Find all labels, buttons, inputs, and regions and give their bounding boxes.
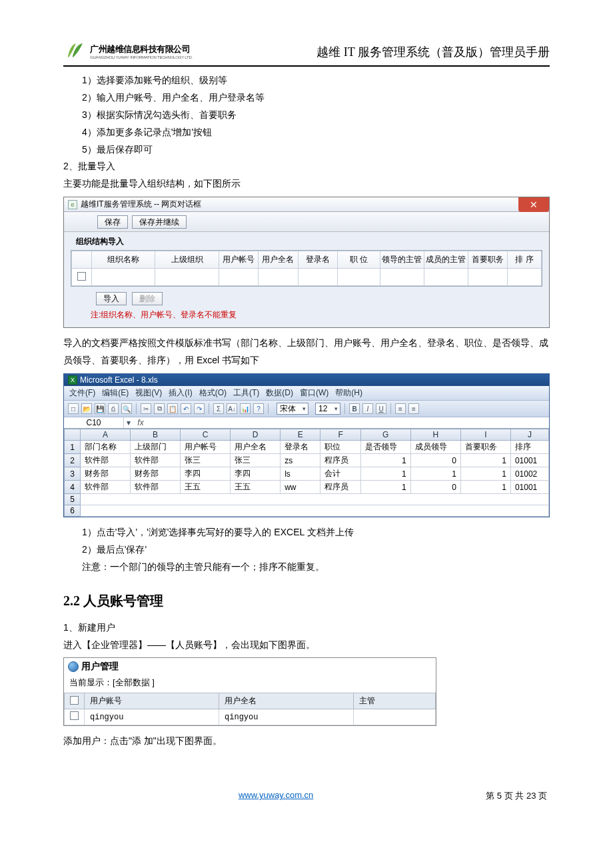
menu-view[interactable]: 视图(V) — [135, 387, 162, 399]
step-item: 1）选择要添加账号的组织、级别等 — [82, 72, 550, 89]
footer-page: 第 5 页 共 23 页 — [486, 790, 547, 802]
new-icon[interactable]: □ — [68, 403, 79, 414]
after-dialog-paragraph: 导入的文档要严格按照文件模版标准书写（部门名称、上级部门、用户账号、用户全名、登… — [63, 335, 550, 369]
col-G[interactable]: G — [360, 429, 410, 441]
menu-insert[interactable]: 插入(I) — [169, 387, 192, 399]
col-A[interactable]: A — [81, 429, 131, 441]
logo-text-en: GUANGZHOU YUWAY INFORMATION TECHNOLOGY L… — [90, 55, 193, 59]
steps-list-a: 1）选择要添加账号的组织、级别等 2）输入用户账号、用户全名、用户登录名等 3）… — [63, 72, 550, 158]
page-footer: www.yuway.com.cn 第 5 页 共 23 页 — [63, 790, 550, 802]
excel-formula-bar: C10 ▾ fx — [64, 417, 549, 429]
logo-text-cn: 广州越维信息科技有限公司 — [90, 43, 193, 55]
excel-row-empty: 5 — [65, 494, 549, 505]
close-button[interactable]: ✕ — [518, 197, 549, 212]
col-login-name: 登录名 — [298, 251, 337, 269]
col-primary-duty: 首要职务 — [468, 251, 507, 269]
bold-icon[interactable]: B — [349, 403, 360, 414]
delete-button[interactable]: 删除 — [132, 292, 163, 305]
sum-icon[interactable]: Σ — [213, 403, 224, 414]
step-note: 注意：一个部门的领导的主管只能有一个；排序不能重复。 — [82, 559, 550, 576]
excel-row: 4 软件部软件部王五王五ww程序员10101001 — [65, 481, 549, 494]
chart-icon[interactable]: 📊 — [240, 403, 251, 414]
font-size-select[interactable]: 12 — [315, 403, 340, 415]
align-center-icon[interactable]: ≡ — [408, 403, 419, 414]
align-left-icon[interactable]: ≡ — [395, 403, 406, 414]
menu-help[interactable]: 帮助(H) — [335, 387, 362, 399]
paste-icon[interactable]: 📋 — [167, 403, 178, 414]
document-title: 越维 IT 服务管理系统（普及版）管理员手册 — [316, 44, 550, 63]
redo-icon[interactable]: ↷ — [194, 403, 205, 414]
copy-icon[interactable]: ⧉ — [154, 403, 165, 414]
col-J[interactable]: J — [510, 429, 548, 441]
excel-row: 3 财务部财务部李四李四ls会计11101002 — [65, 467, 549, 481]
fx-icon[interactable]: fx — [133, 418, 148, 427]
col-org-name: 组织名称 — [91, 251, 155, 269]
underline-icon[interactable]: U — [376, 403, 386, 414]
menu-file[interactable]: 文件(F) — [69, 387, 95, 399]
dialog-titlebar: e 越维IT服务管理系统 -- 网页对话框 ✕ — [64, 197, 549, 212]
step-item: 2）输入用户账号、用户全名、用户登录名等 — [82, 89, 550, 107]
section-22-heading: 2.2 人员账号管理 — [63, 592, 550, 610]
table-row-empty — [72, 269, 542, 286]
table-header-row: 组织名称 上级组织 用户帐号 用户全名 登录名 职 位 领导的主管 成员的主管 … — [72, 251, 542, 269]
dialog-toolbar: 保存 保存并继续 — [64, 212, 549, 232]
save-icon[interactable]: 💾 — [95, 403, 105, 414]
excel-grid: A B C D E F G H I J 1 部门名称 上级部门 用户帐号 用户全… — [64, 429, 549, 517]
menu-data[interactable]: 数据(D) — [266, 387, 293, 399]
select-all-checkbox[interactable] — [70, 696, 79, 705]
col-checkbox — [72, 251, 92, 269]
col-C[interactable]: C — [181, 429, 231, 441]
excel-menubar: 文件(F) 编辑(E) 视图(V) 插入(I) 格式(O) 工具(T) 数据(D… — [64, 386, 549, 400]
excel-titlebar: X Microsoft Excel - 8.xls — [64, 374, 549, 386]
col-B[interactable]: B — [131, 429, 181, 441]
menu-format[interactable]: 格式(O) — [199, 387, 227, 399]
steps-list-b: 1）点击'导入'，'浏览'选择事先写好的要导入的 EXCEL 文档并上传 2）最… — [63, 524, 550, 576]
name-box[interactable]: C10 — [64, 417, 124, 428]
user-mgmt-filter: 当前显示：[全部数据 ] — [64, 675, 436, 693]
col-leader-mgr: 领导的主管 — [380, 251, 424, 269]
user-mgmt-table: 用户账号 用户全名 主管 qingyou qingyou — [64, 693, 436, 725]
section-label: 组织结构导入 — [64, 232, 549, 250]
footer-url[interactable]: www.yuway.com.cn — [239, 790, 313, 802]
row-checkbox[interactable] — [77, 272, 86, 281]
table-row[interactable]: qingyou qingyou — [65, 709, 436, 725]
excel-title-text: Microsoft Excel - 8.xls — [80, 375, 158, 385]
italic-icon[interactable]: I — [362, 403, 373, 414]
excel-row-header: 1 部门名称 上级部门 用户帐号 用户全名 登录名 职位 是否领导 成员领导 首… — [65, 441, 549, 454]
preview-icon[interactable]: 🔍 — [121, 403, 132, 414]
excel-icon: X — [68, 375, 77, 385]
import-note: 注:组织名称、用户帐号、登录名不能重复 — [64, 308, 549, 327]
page-icon: e — [68, 200, 77, 209]
user-mgmt-panel: 用户管理 当前显示：[全部数据 ] 用户账号 用户全名 主管 qingyou q… — [63, 657, 436, 726]
sort-icon[interactable]: A↓ — [227, 403, 237, 414]
step-item: 3）根据实际情况勾选头衔、首要职务 — [82, 107, 550, 124]
leaf-icon — [63, 40, 86, 63]
import-dialog: e 越维IT服务管理系统 -- 网页对话框 ✕ 保存 保存并继续 组织结构导入 … — [63, 197, 550, 328]
sec22-line2: 进入【企业管理器】——【人员账号】，会出现如下图界面。 — [63, 637, 550, 654]
save-button[interactable]: 保存 — [97, 215, 128, 229]
row-checkbox[interactable] — [70, 711, 79, 720]
col-E[interactable]: E — [281, 429, 320, 441]
font-name-select[interactable]: 宋体 — [277, 403, 308, 415]
col-user-fullname: 用户全名 — [219, 693, 354, 709]
save-continue-button[interactable]: 保存并继续 — [132, 215, 187, 229]
open-icon[interactable]: 📂 — [81, 403, 92, 414]
col-I[interactable]: I — [460, 429, 510, 441]
menu-window[interactable]: 窗口(W) — [300, 387, 328, 399]
import-button[interactable]: 导入 — [96, 292, 127, 305]
menu-edit[interactable]: 编辑(E) — [102, 387, 129, 399]
globe-icon — [68, 661, 79, 672]
excel-toolbar: □ 📂 💾 ⎙ 🔍 ✂ ⧉ 📋 ↶ ↷ Σ A↓ 📊 ? 宋体 12 — [64, 400, 549, 417]
cut-icon[interactable]: ✂ — [141, 403, 151, 414]
undo-icon[interactable]: ↶ — [181, 403, 191, 414]
menu-tools[interactable]: 工具(T) — [233, 387, 259, 399]
col-H[interactable]: H — [410, 429, 460, 441]
help-icon[interactable]: ? — [253, 403, 264, 414]
col-parent-org: 上级组织 — [155, 251, 219, 269]
dialog-title: 越维IT服务管理系统 -- 网页对话框 — [81, 199, 201, 210]
col-D[interactable]: D — [231, 429, 281, 441]
section-2-desc: 主要功能是批量导入组织结构，如下图所示 — [63, 175, 550, 193]
col-F[interactable]: F — [320, 429, 360, 441]
print-icon[interactable]: ⎙ — [108, 403, 119, 414]
after-um-text: 添加用户：点击"添 加"出现下图界面。 — [63, 733, 550, 750]
